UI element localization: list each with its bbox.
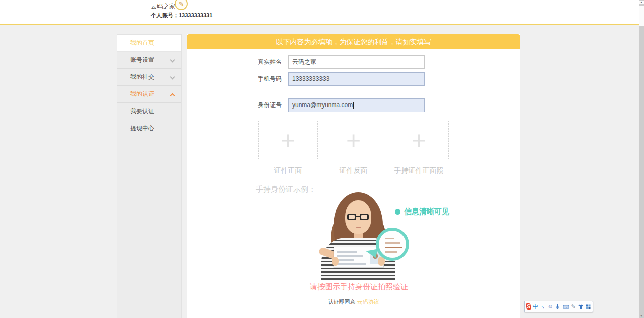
scroll-up-arrow-icon[interactable]: ▲ xyxy=(639,1,644,4)
photo-instruction-caption: 请按图示手持身份证拍照验证 xyxy=(187,282,520,292)
account-number-label: 个人账号：13333333331 xyxy=(151,12,212,19)
edit-profile-button[interactable]: ✎ xyxy=(175,0,188,10)
pencil-icon: ✎ xyxy=(179,0,184,8)
text-caret xyxy=(353,102,354,109)
phone-value: 13333333333 xyxy=(292,75,329,82)
example-title: 手持身份证示例： xyxy=(256,185,316,194)
annotation-text: 信息清晰可见 xyxy=(404,207,449,217)
upload-id-front-label: 证件正面 xyxy=(258,166,318,175)
sidebar-item-account-settings[interactable]: 账号设置 xyxy=(117,52,181,69)
upload-holding-id-label: 手持证件正面照 xyxy=(389,166,449,175)
glasses-bridge xyxy=(356,216,360,217)
ime-toolbar: S 中 ·, ☺ ✎ xyxy=(524,301,593,312)
upload-holding-id-box[interactable]: + xyxy=(389,121,449,159)
sogou-logo-icon[interactable]: S xyxy=(526,303,531,310)
plus-icon: + xyxy=(412,128,426,153)
upload-id-front-box[interactable]: + xyxy=(258,121,318,159)
logo: 云码之家 ✎ xyxy=(151,2,175,11)
toolbox-icon[interactable] xyxy=(585,304,591,310)
real-name-row: 真实姓名 云码之家 xyxy=(187,55,520,69)
header: 云码之家 ✎ 个人账号：13333333331 xyxy=(0,0,644,25)
chinese-mode-icon[interactable]: 中 xyxy=(532,301,538,312)
annotation-info-visible: 信息清晰可见 xyxy=(395,207,449,217)
agreement-link[interactable]: 云码协议 xyxy=(357,299,379,305)
phone-row: 手机号码 13333333333 xyxy=(187,72,520,86)
example-thumb xyxy=(332,257,339,266)
sidebar-item-withdraw-center[interactable]: 提现中心 xyxy=(117,120,181,137)
bullet-dot-icon xyxy=(395,209,400,215)
keyboard-icon[interactable] xyxy=(562,304,569,310)
handwriting-icon[interactable]: ✎ xyxy=(570,301,576,312)
punctuation-icon[interactable]: ·, xyxy=(540,301,546,312)
id-number-row: 身份证号 yunma@myunma.com xyxy=(187,98,520,112)
sidebar-item-i-want-certify[interactable]: 我要认证 xyxy=(117,103,181,120)
sidebar-item-label: 我要认证 xyxy=(130,108,154,115)
id-number-label: 身份证号 xyxy=(252,98,282,112)
scrollbar-thumb[interactable] xyxy=(639,6,644,26)
sidebar-item-label: 账号设置 xyxy=(130,56,154,63)
plus-icon: + xyxy=(346,128,361,153)
sidebar-item-my-certification[interactable]: 我的认证 xyxy=(117,86,181,103)
magnifier-circle-icon xyxy=(376,228,409,261)
plus-icon: + xyxy=(281,128,295,153)
sidebar: 我的首页 账号设置 我的社交 我的认证 我要认证 提现中心 xyxy=(117,34,182,318)
upload-id-back-label: 证件反面 xyxy=(324,166,383,175)
sidebar-item-my-social[interactable]: 我的社交 xyxy=(117,69,181,86)
id-number-input[interactable]: yunma@myunma.com xyxy=(288,98,425,112)
sidebar-item-label: 我的认证 xyxy=(130,90,154,97)
agreement-line: 认证即同意 云码协议 xyxy=(187,298,520,306)
agreement-prefix: 认证即同意 xyxy=(328,299,357,305)
id-number-value: yunma@myunma.com xyxy=(292,101,353,109)
sidebar-item-label: 提现中心 xyxy=(130,125,154,132)
phone-label: 手机号码 xyxy=(252,72,282,86)
emoji-icon[interactable]: ☺ xyxy=(547,301,553,312)
glasses-icon xyxy=(347,214,356,220)
chevron-down-icon xyxy=(170,75,175,80)
skin-icon[interactable] xyxy=(578,304,584,310)
sidebar-item-my-home[interactable]: 我的首页 xyxy=(117,35,181,52)
real-name-label: 真实姓名 xyxy=(252,55,282,69)
required-notice-banner: 以下内容为必填项，为保证您的利益，请如实填写 xyxy=(187,34,520,49)
sidebar-item-label: 我的首页 xyxy=(130,39,154,46)
phone-input[interactable]: 13333333333 xyxy=(288,72,425,86)
glasses-icon xyxy=(360,214,369,220)
scroll-down-arrow-icon[interactable]: ▼ xyxy=(639,314,644,317)
example-face xyxy=(345,200,371,234)
sidebar-item-label: 我的社交 xyxy=(130,73,154,80)
chevron-down-icon xyxy=(170,58,175,63)
logo-text: 云码之家 xyxy=(151,2,175,11)
microphone-icon[interactable] xyxy=(555,303,561,310)
upload-id-back-box[interactable]: + xyxy=(324,121,383,159)
real-name-value: 云码之家 xyxy=(292,58,316,65)
upload-labels: 证件正面 证件反面 手持证件正面照 xyxy=(258,166,449,175)
vertical-scrollbar[interactable]: ▲ ▼ xyxy=(639,0,644,318)
holding-id-example-image xyxy=(307,192,423,280)
certification-panel: 以下内容为必填项，为保证您的利益，请如实填写 真实姓名 云码之家 手机号码 13… xyxy=(187,34,520,318)
upload-row: + + + xyxy=(258,121,449,159)
chevron-up-icon xyxy=(170,93,175,98)
example-mouth xyxy=(356,227,361,228)
real-name-input[interactable]: 云码之家 xyxy=(288,55,425,69)
